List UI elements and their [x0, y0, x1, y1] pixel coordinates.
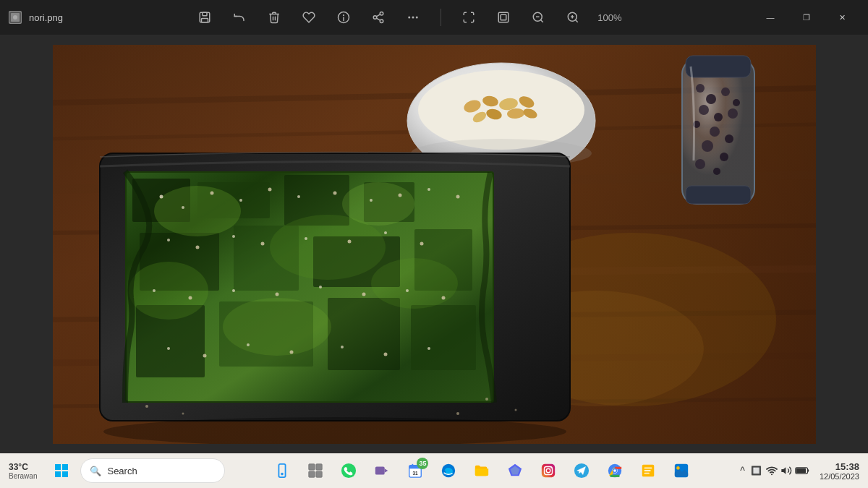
system-clock[interactable]: 15:38 12/05/2023 — [820, 461, 859, 481]
svg-point-115 — [203, 354, 206, 357]
svg-point-94 — [370, 199, 373, 202]
svg-rect-164 — [807, 469, 809, 471]
close-button[interactable]: ✕ — [826, 6, 859, 29]
taskbar-app-phonelink[interactable] — [268, 456, 297, 485]
wifi-icon[interactable] — [766, 465, 778, 476]
delete-icon[interactable] — [264, 7, 284, 27]
weather-condition: Berawan — [9, 472, 37, 480]
calendar-badge: 35 — [417, 458, 428, 469]
svg-rect-135 — [316, 471, 322, 477]
save-icon[interactable] — [195, 7, 215, 27]
svg-point-93 — [333, 191, 336, 194]
svg-rect-49 — [686, 56, 751, 77]
toolbar: 100% — [195, 7, 621, 27]
svg-point-99 — [195, 245, 199, 249]
svg-point-104 — [384, 231, 387, 234]
svg-point-2 — [13, 15, 17, 20]
clock-time: 15:38 — [835, 461, 859, 472]
svg-point-160 — [677, 466, 681, 470]
system-tray: ^ 🔲 — [739, 463, 809, 478]
svg-point-113 — [441, 296, 445, 299]
taskbar-app-calendar[interactable]: 31 35 — [401, 456, 430, 485]
svg-point-55 — [699, 105, 709, 115]
svg-point-38 — [418, 70, 584, 150]
svg-point-111 — [362, 292, 365, 296]
taskbar-app-teams[interactable] — [367, 456, 396, 485]
svg-point-109 — [275, 292, 278, 296]
weather-widget[interactable]: 33°C Berawan — [9, 462, 37, 480]
svg-rect-79 — [328, 298, 400, 370]
svg-point-60 — [725, 134, 733, 143]
svg-line-19 — [541, 20, 543, 22]
svg-point-9 — [374, 16, 378, 20]
svg-marker-162 — [781, 467, 786, 474]
svg-point-13 — [409, 17, 411, 19]
zoom-level: 100% — [597, 12, 621, 23]
app-icon — [9, 11, 22, 24]
svg-point-64 — [713, 168, 720, 175]
undo-icon[interactable] — [229, 7, 250, 27]
svg-point-8 — [380, 12, 384, 16]
taskbar-app-photos[interactable] — [667, 456, 696, 485]
svg-rect-4 — [203, 12, 207, 16]
svg-rect-127 — [62, 464, 68, 470]
taskbar-app-edge[interactable] — [434, 456, 463, 485]
start-button[interactable] — [48, 458, 75, 484]
svg-point-131 — [281, 474, 283, 475]
svg-point-62 — [720, 153, 728, 161]
more-icon[interactable] — [403, 7, 423, 27]
share-icon[interactable] — [368, 7, 388, 27]
svg-point-90 — [239, 199, 242, 202]
minimize-button[interactable]: — — [754, 6, 787, 29]
search-bar[interactable]: 🔍 Search — [80, 458, 225, 483]
file-title: nori.png — [29, 12, 63, 23]
tray-expand-icon[interactable]: ^ — [739, 463, 746, 478]
volume-icon[interactable] — [780, 465, 792, 476]
svg-point-124 — [514, 408, 516, 411]
taskbar-app-explorer[interactable] — [467, 456, 496, 485]
taskbar-app-chrome[interactable] — [600, 456, 629, 485]
svg-point-85 — [223, 298, 331, 356]
svg-point-10 — [380, 20, 384, 23]
search-icon: 🔍 — [90, 466, 101, 476]
taskbar-app-taskview[interactable] — [301, 456, 330, 485]
svg-line-12 — [377, 14, 380, 17]
maximize-button[interactable]: ❐ — [790, 6, 823, 29]
zoom-in-icon[interactable] — [563, 7, 583, 27]
taskbar-app-poe[interactable] — [501, 456, 529, 485]
taskbar-app-instagram[interactable] — [534, 456, 563, 485]
taskbar-app-whatsapp[interactable] — [334, 456, 363, 485]
title-bar-left: nori.png — [9, 11, 63, 24]
svg-rect-158 — [644, 473, 650, 474]
svg-text:31: 31 — [413, 471, 419, 476]
svg-rect-137 — [375, 467, 385, 475]
taskbar-app-stickynotes[interactable] — [634, 456, 663, 485]
svg-point-61 — [702, 140, 713, 152]
svg-rect-134 — [309, 471, 315, 477]
svg-point-53 — [721, 87, 730, 96]
svg-point-102 — [305, 237, 307, 240]
svg-point-116 — [247, 343, 250, 346]
svg-point-121 — [145, 405, 148, 408]
battery-icon[interactable] — [795, 465, 809, 476]
svg-point-110 — [319, 286, 322, 288]
svg-point-56 — [714, 113, 723, 121]
svg-rect-126 — [55, 464, 61, 470]
svg-point-108 — [232, 289, 235, 292]
favorite-icon[interactable] — [299, 7, 319, 27]
svg-point-51 — [696, 84, 705, 93]
fit-icon[interactable] — [493, 7, 514, 27]
fullscreen-icon[interactable] — [459, 7, 479, 27]
svg-point-105 — [420, 241, 423, 245]
tray-unknown-icon[interactable]: 🔲 — [749, 464, 763, 477]
svg-rect-165 — [796, 468, 806, 474]
svg-point-100 — [232, 235, 235, 238]
taskbar-app-telegram[interactable] — [567, 456, 596, 485]
svg-line-11 — [377, 18, 380, 20]
svg-point-101 — [260, 241, 264, 245]
info-icon[interactable] — [333, 7, 354, 27]
svg-point-14 — [412, 17, 414, 19]
zoom-out-icon[interactable] — [528, 7, 548, 27]
svg-point-107 — [188, 296, 192, 299]
svg-point-136 — [341, 463, 356, 478]
